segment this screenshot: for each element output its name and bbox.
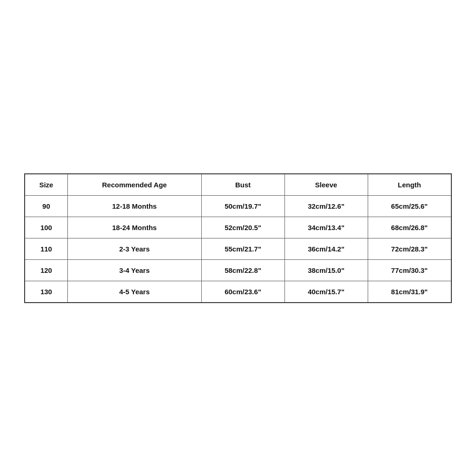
- table-cell: 60cm/23.6": [201, 281, 284, 303]
- table-header-cell: Sleeve: [284, 174, 368, 196]
- table-header-cell: Size: [25, 174, 67, 196]
- table-cell: 90: [25, 195, 67, 217]
- table-header-row: SizeRecommended AgeBustSleeveLength: [25, 174, 451, 196]
- table-cell: 18-24 Months: [67, 217, 201, 238]
- table-cell: 40cm/15.7": [284, 281, 368, 303]
- table-header-cell: Length: [368, 174, 451, 196]
- table-cell: 110: [25, 238, 67, 259]
- table-header-cell: Bust: [201, 174, 284, 196]
- table-cell: 12-18 Months: [67, 195, 201, 217]
- table-cell: 36cm/14.2": [284, 238, 368, 259]
- table-cell: 77cm/30.3": [368, 259, 451, 281]
- size-chart-table: SizeRecommended AgeBustSleeveLength 9012…: [24, 173, 452, 303]
- size-chart-container: SizeRecommended AgeBustSleeveLength 9012…: [24, 173, 452, 303]
- table-cell: 130: [25, 281, 67, 303]
- table-cell: 72cm/28.3": [368, 238, 451, 259]
- table-row: 9012-18 Months50cm/19.7"32cm/12.6"65cm/2…: [25, 195, 451, 217]
- table-cell: 120: [25, 259, 67, 281]
- table-cell: 38cm/15.0": [284, 259, 368, 281]
- table-cell: 50cm/19.7": [201, 195, 284, 217]
- table-row: 1304-5 Years60cm/23.6"40cm/15.7"81cm/31.…: [25, 281, 451, 303]
- table-cell: 2-3 Years: [67, 238, 201, 259]
- table-cell: 52cm/20.5": [201, 217, 284, 238]
- table-cell: 81cm/31.9": [368, 281, 451, 303]
- table-body: 9012-18 Months50cm/19.7"32cm/12.6"65cm/2…: [25, 195, 451, 303]
- table-row: 10018-24 Months52cm/20.5"34cm/13.4"68cm/…: [25, 217, 451, 238]
- table-cell: 58cm/22.8": [201, 259, 284, 281]
- table-cell: 4-5 Years: [67, 281, 201, 303]
- table-cell: 68cm/26.8": [368, 217, 451, 238]
- table-row: 1102-3 Years55cm/21.7"36cm/14.2"72cm/28.…: [25, 238, 451, 259]
- table-header-cell: Recommended Age: [67, 174, 201, 196]
- table-cell: 32cm/12.6": [284, 195, 368, 217]
- table-cell: 100: [25, 217, 67, 238]
- table-row: 1203-4 Years58cm/22.8"38cm/15.0"77cm/30.…: [25, 259, 451, 281]
- table-cell: 34cm/13.4": [284, 217, 368, 238]
- table-cell: 3-4 Years: [67, 259, 201, 281]
- table-cell: 55cm/21.7": [201, 238, 284, 259]
- table-cell: 65cm/25.6": [368, 195, 451, 217]
